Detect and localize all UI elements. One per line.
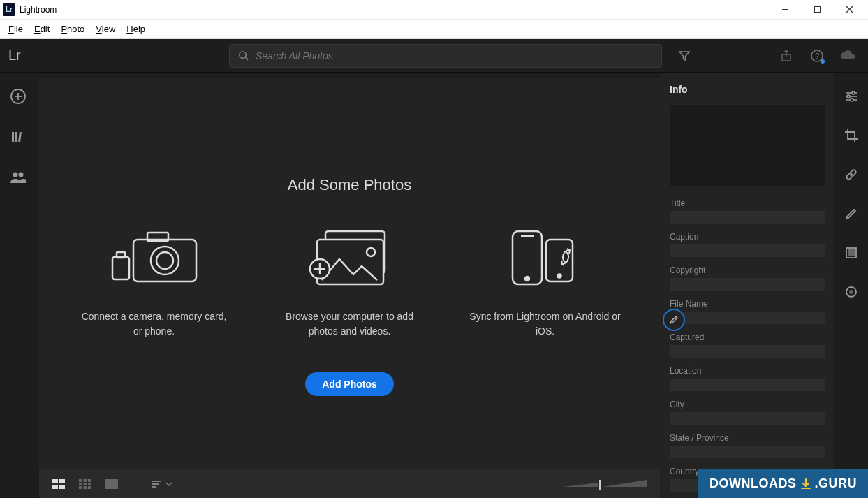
linear-gradient-button[interactable] [841,243,861,263]
bandage-icon [844,168,858,182]
grid-small-view-button[interactable] [75,476,95,492]
search-box[interactable] [229,44,662,68]
help-button[interactable]: ? [805,44,829,68]
info-field-captured: Captured [670,332,825,358]
svg-rect-47 [105,479,118,489]
add-button[interactable] [8,87,28,106]
card-browse-computer: Browse your computer to add photos and v… [273,222,427,339]
minimize-button[interactable] [769,0,801,20]
svg-rect-46 [88,486,91,489]
lightroom-logo: Lr [8,47,34,64]
edit-metadata-button[interactable] [663,309,685,331]
svg-point-15 [13,173,18,177]
close-button[interactable] [833,0,865,20]
chevron-down-icon [165,481,172,487]
field-label: Caption [670,232,825,242]
svg-rect-40 [88,479,91,482]
watermark: DOWNLOADS .GURU [698,469,868,498]
healing-button[interactable] [841,165,861,184]
share-button[interactable] [774,44,798,68]
grid-small-icon [79,479,91,489]
square-icon [845,247,858,259]
grid-view-button[interactable] [49,476,68,492]
info-thumbnail [670,105,825,186]
svg-rect-44 [79,486,82,489]
search-input[interactable] [256,50,653,61]
info-field-title: Title [670,198,825,224]
field-label: Copyright [670,265,825,275]
add-photos-button[interactable]: Add Photos [305,372,394,396]
field-input[interactable] [670,412,825,425]
people-icon [10,170,27,184]
app-icon: Lr [3,3,15,16]
svg-rect-36 [52,485,58,489]
zoom-slider[interactable] [559,477,650,491]
info-field-caption: Caption [670,232,825,257]
menu-edit[interactable]: Edit [29,22,55,36]
svg-rect-39 [84,479,87,482]
cloud-sync-button[interactable] [836,44,860,68]
bottom-toolbar [39,469,660,498]
svg-point-19 [151,247,179,274]
crop-button[interactable] [841,126,861,145]
menu-file[interactable]: File [3,22,29,36]
svg-point-4 [240,52,246,58]
card-sync-mobile: Sync from Lightroom on Android or iOS. [469,222,622,339]
field-label: File Name [670,299,825,309]
field-input[interactable] [670,244,825,257]
svg-rect-42 [84,483,87,485]
card-text: Sync from Lightroom on Android or iOS. [469,309,622,339]
single-view-button[interactable] [102,476,122,492]
card-text: Connect a camera, memory card, or phone. [78,309,231,339]
grid-large-icon [52,479,65,489]
svg-rect-52 [599,480,601,490]
people-button[interactable] [8,168,28,187]
svg-rect-12 [12,132,14,142]
circle-icon [845,286,858,298]
mobile-sync-icon [500,222,591,292]
window-title: Lightroom [20,5,769,15]
edit-sliders-button[interactable] [841,87,861,106]
field-input[interactable] [670,211,825,224]
menu-photo[interactable]: Photo [55,22,90,36]
download-icon [800,478,812,490]
menu-bar: File Edit Photo View Help [0,20,868,39]
radial-gradient-button[interactable] [841,282,861,302]
field-input[interactable] [670,446,825,458]
brush-button[interactable] [841,204,861,224]
field-input[interactable] [670,278,825,291]
svg-rect-45 [84,486,87,489]
center-area: Add Some Photos Connect a c [39,78,660,498]
field-input[interactable] [670,345,825,358]
info-field-location: Location [670,366,825,391]
sort-button[interactable] [150,479,178,489]
funnel-icon [678,50,691,62]
menu-view[interactable]: View [90,22,121,36]
info-panel: Info TitleCaptionCopyrightFile NameCaptu… [660,73,834,498]
pencil-icon [669,315,679,325]
svg-point-20 [156,252,173,269]
filter-button[interactable] [675,46,694,66]
menu-help[interactable]: Help [121,22,151,36]
field-label: Location [670,366,825,376]
watermark-text-left: DOWNLOADS [709,476,797,491]
field-input[interactable] [670,379,825,391]
svg-point-30 [525,277,529,281]
brush-icon [844,207,858,221]
left-rail [0,73,36,498]
library-button[interactable] [8,127,28,147]
maximize-button[interactable] [801,0,833,20]
search-icon [238,50,249,61]
field-label: City [670,400,825,409]
svg-rect-14 [18,132,22,142]
slider-icon [559,477,650,491]
svg-rect-63 [848,249,855,256]
right-rail [834,73,868,498]
field-input[interactable] [670,312,825,324]
info-field-copyright: Copyright [670,265,825,291]
info-field-city: City [670,400,825,425]
app-header: Lr ? [0,39,868,73]
svg-point-61 [851,174,852,175]
svg-rect-35 [59,479,65,483]
title-bar: Lr Lightroom [0,0,868,20]
